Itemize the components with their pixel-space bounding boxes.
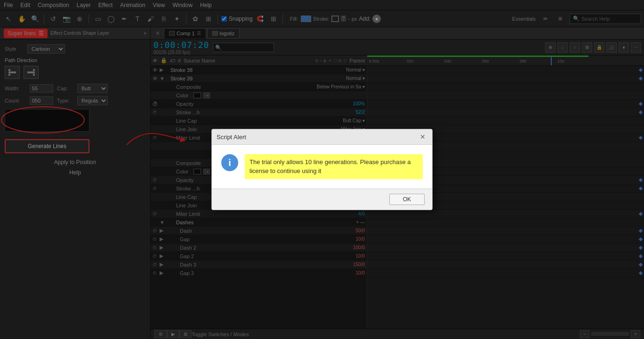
- modal-overlay: Script Alert ✕ i The trial only allows 1…: [0, 0, 644, 339]
- modal-titlebar: Script Alert ✕: [212, 129, 432, 145]
- script-alert-dialog: Script Alert ✕ i The trial only allows 1…: [211, 129, 433, 210]
- modal-ok-button[interactable]: OK: [389, 194, 425, 205]
- modal-close-button[interactable]: ✕: [418, 132, 427, 142]
- modal-footer: OK: [212, 189, 432, 210]
- modal-title: Script Alert: [217, 134, 246, 141]
- modal-body: i The trial only allows 10 line generati…: [212, 145, 432, 188]
- modal-info-icon: i: [221, 154, 238, 171]
- modal-message: The trial only allows 10 line generation…: [245, 154, 423, 179]
